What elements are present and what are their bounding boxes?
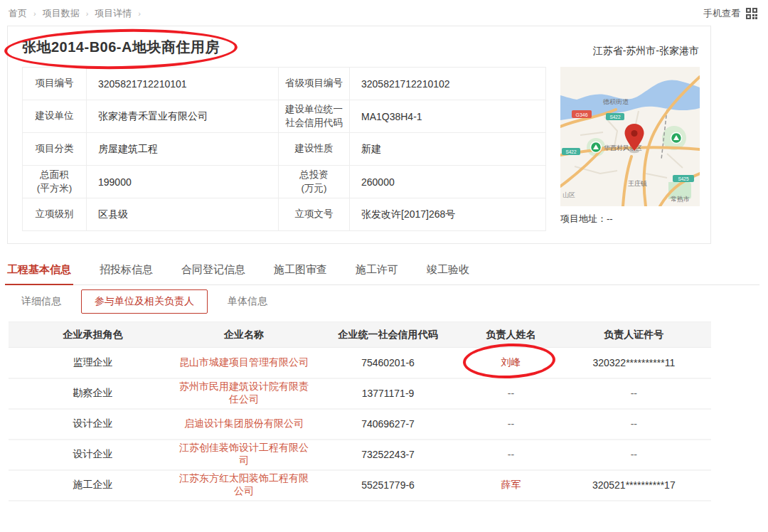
info-value: 260000 <box>350 166 546 198</box>
mobile-view-group: 手机查看 <box>703 7 758 20</box>
map-label-town: 王庄镇 <box>628 180 647 187</box>
project-location-map[interactable]: G346 S422 S422 S425 <box>560 67 700 206</box>
info-label: 建设单位统一 社会信用代码 <box>279 100 350 133</box>
tab-bidding-info[interactable]: 招投标信息 <box>100 263 153 277</box>
tab-construction-permit[interactable]: 施工许可 <box>356 263 398 277</box>
col-person-name: 负责人姓名 <box>465 322 556 348</box>
tab-drawing-review[interactable]: 施工图审查 <box>274 263 327 277</box>
enterprise-role: 施工企业 <box>9 470 177 501</box>
info-value: 张家港青禾置业有限公司 <box>87 100 279 133</box>
breadcrumb-separator-icon: › <box>138 9 141 18</box>
person-id: 320521**********17 <box>557 470 711 501</box>
credit-code: 73252243-7 <box>311 440 465 470</box>
project-address: 项目地址：-- <box>560 213 700 225</box>
info-label: 立项文号 <box>279 198 350 231</box>
svg-text:G346: G346 <box>575 112 587 117</box>
breadcrumb-project-data[interactable]: 项目数据 <box>43 7 80 20</box>
credit-code: 75460201-6 <box>311 348 465 378</box>
map-label-district: 山区 <box>562 191 575 198</box>
col-person-id: 负责人证件号 <box>557 322 711 348</box>
enterprise-name-link[interactable]: 江苏创佳装饰设计工程有限公司 <box>177 440 311 470</box>
enterprise-name-link[interactable]: 昆山市城建项目管理有限公司 <box>177 348 311 378</box>
person-name: -- <box>465 409 556 440</box>
map-label-city: 常熟市 <box>671 196 690 203</box>
map-container: G346 S422 S422 S425 <box>560 67 700 225</box>
tab-completion-acceptance[interactable]: 竣工验收 <box>427 263 469 277</box>
person-id: -- <box>557 378 711 409</box>
breadcrumb-home[interactable]: 首页 <box>9 7 27 20</box>
enterprise-role: 设计企业 <box>9 409 177 440</box>
scenic-poi-icon <box>671 133 682 144</box>
map-label-street: 德积街道 <box>603 98 629 105</box>
info-label: 总投资 (万元) <box>279 166 350 198</box>
info-value: 新建 <box>350 133 546 166</box>
participants-header-row: 企业承担角色 企业名称 企业统一社会信用代码 负责人姓名 负责人证件号 <box>9 322 711 348</box>
info-row: 总面积 (平方米) 199000 总投资 (万元) 260000 <box>23 166 546 198</box>
credit-code: 55251779-6 <box>311 470 465 501</box>
table-row: 施工企业 江苏东方红太阳装饰工程有限公司 55251779-6 薛军 32052… <box>9 470 711 501</box>
svg-text:S422: S422 <box>609 115 621 119</box>
col-credit-code: 企业统一社会信用代码 <box>311 322 465 348</box>
info-label: 立项级别 <box>23 198 87 231</box>
project-address-value: -- <box>607 213 613 224</box>
svg-text:S422: S422 <box>565 149 577 154</box>
scenic-poi-icon <box>591 142 602 153</box>
info-value: 房屋建筑工程 <box>87 133 279 166</box>
page-title: 张地2014-B06-A地块商住用房 <box>22 38 220 57</box>
panel-header: 张地2014-B06-A地块商住用房 江苏省-苏州市-张家港市 <box>22 38 699 58</box>
info-value: 3205821712210101 <box>87 68 279 100</box>
tab-contract-registration[interactable]: 合同登记信息 <box>181 263 245 277</box>
info-label: 建设单位 <box>23 100 87 133</box>
enterprise-name-link[interactable]: 启迪设计集团股份有限公司 <box>177 409 311 440</box>
road-badge-teal: S422 <box>606 113 624 120</box>
person-id: -- <box>557 409 711 440</box>
person-id: 320322**********11 <box>557 348 711 378</box>
info-row: 项目编号 3205821712210101 省级项目编号 32058217122… <box>23 68 546 100</box>
info-label: 总面积 (平方米) <box>23 166 87 198</box>
info-label: 省级项目编号 <box>279 68 350 100</box>
project-address-label: 项目地址： <box>560 213 607 224</box>
enterprise-role: 勘察企业 <box>9 378 177 409</box>
info-row: 建设单位 张家港青禾置业有限公司 建设单位统一 社会信用代码 MA1Q38H4-… <box>23 100 546 133</box>
breadcrumb-project-detail[interactable]: 项目详情 <box>95 7 132 20</box>
breadcrumb-separator-icon: › <box>86 9 89 18</box>
info-value: 张发改许[2017]268号 <box>350 198 546 231</box>
table-row: 监理企业 昆山市城建项目管理有限公司 75460201-6 刘峰 320322*… <box>9 348 711 378</box>
road-badge-red: G346 <box>572 110 592 118</box>
info-label: 项目分类 <box>23 133 87 166</box>
mobile-view-link[interactable]: 手机查看 <box>703 7 740 20</box>
enterprise-role: 设计企业 <box>9 440 177 470</box>
person-id: -- <box>557 440 711 470</box>
person-name: -- <box>465 440 556 470</box>
project-info-table: 项目编号 3205821712210101 省级项目编号 32058217122… <box>22 67 546 231</box>
subtab-participants[interactable]: 参与单位及相关负责人 <box>81 289 208 314</box>
credit-code: 74069627-7 <box>311 409 465 440</box>
info-row: 立项级别 区县级 立项文号 张发改许[2017]268号 <box>23 198 546 231</box>
tab-basic-info[interactable]: 工程基本信息 <box>7 263 71 277</box>
person-name: 刘峰 <box>465 348 556 378</box>
project-region: 江苏省-苏州市-张家港市 <box>593 38 699 58</box>
col-enterprise-role: 企业承担角色 <box>9 322 177 348</box>
col-enterprise-name: 企业名称 <box>177 322 311 348</box>
enterprise-name-link[interactable]: 苏州市民用建筑设计院有限责任公司 <box>177 378 311 409</box>
enterprise-role: 监理企业 <box>9 348 177 378</box>
info-value: 区县级 <box>87 198 279 231</box>
sub-tabs: 详细信息 参与单位及相关负责人 单体信息 <box>20 289 269 314</box>
enterprise-name-link[interactable]: 江苏东方红太阳装饰工程有限公司 <box>177 470 311 501</box>
subtab-detail-info[interactable]: 详细信息 <box>20 289 63 314</box>
info-value: 3205821712210102 <box>350 68 546 100</box>
table-row: 设计企业 启迪设计集团股份有限公司 74069627-7 -- -- <box>9 409 711 440</box>
breadcrumb: 首页 › 项目数据 › 项目详情 › 手机查看 <box>9 7 758 20</box>
person-name: 薛军 <box>465 470 556 501</box>
project-panel: 张地2014-B06-A地块商住用房 江苏省-苏州市-张家港市 项目编号 320… <box>7 26 711 244</box>
qr-code-icon[interactable] <box>745 7 758 20</box>
subtab-unit-info[interactable]: 单体信息 <box>226 289 269 314</box>
info-label: 项目编号 <box>23 68 87 100</box>
road-badge-teal: S425 <box>673 175 694 182</box>
person-name: -- <box>465 378 556 409</box>
table-row: 勘察企业 苏州市民用建筑设计院有限责任公司 13771171-9 -- -- <box>9 378 711 409</box>
info-value: MA1Q38H4-1 <box>350 100 546 133</box>
participants-table: 企业承担角色 企业名称 企业统一社会信用代码 负责人姓名 负责人证件号 监理企业… <box>9 321 711 501</box>
table-row: 设计企业 江苏创佳装饰设计工程有限公司 73252243-7 -- -- <box>9 440 711 470</box>
info-label: 建设性质 <box>279 133 350 166</box>
